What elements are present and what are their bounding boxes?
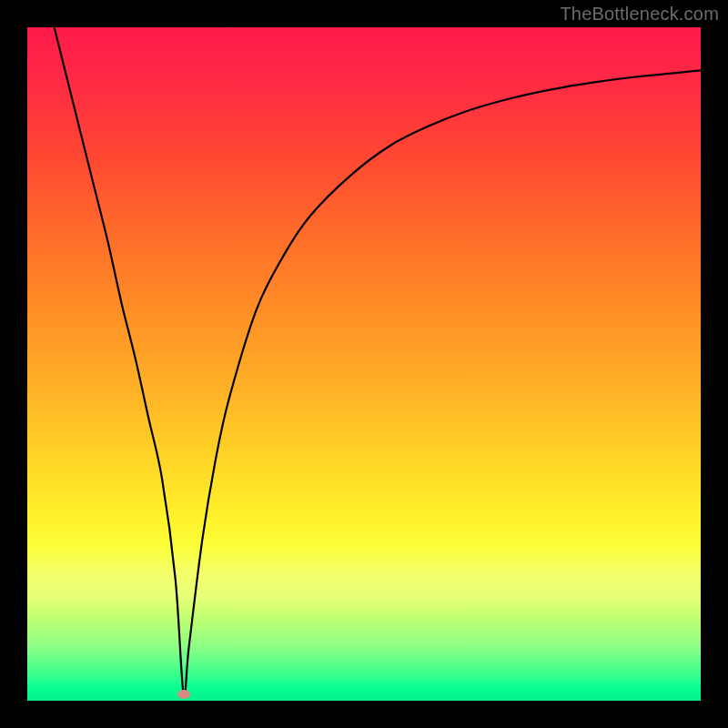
chart-root: TheBottleneck.com <box>0 0 728 728</box>
chart-plot-area <box>27 27 701 701</box>
attribution-text: TheBottleneck.com <box>560 4 719 25</box>
